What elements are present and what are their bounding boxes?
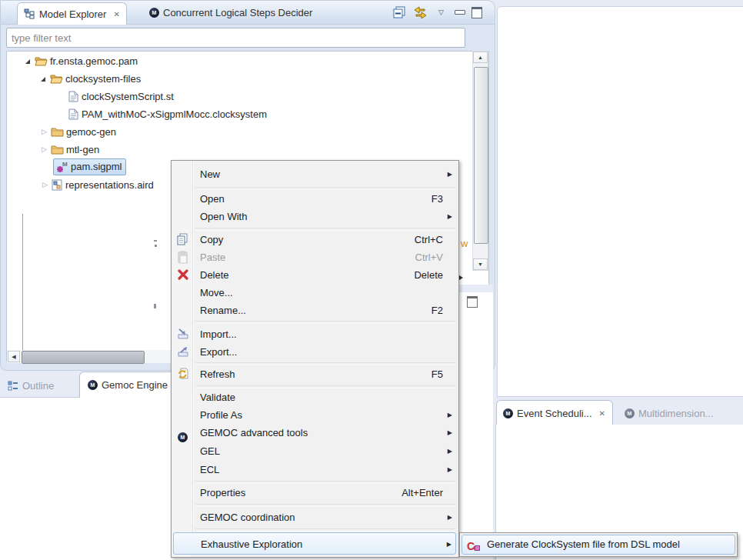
- maximize-icon: [471, 7, 482, 18]
- menu-item-label: ECL: [200, 461, 219, 478]
- menu-item-label: Paste: [200, 248, 225, 266]
- menu-item-label: Exhaustive Exploration: [201, 533, 302, 555]
- menu-item-profile-as[interactable]: Profile As ▶: [173, 406, 456, 424]
- arrow-up-icon: ▲: [478, 55, 483, 60]
- expand-arrow-icon[interactable]: [41, 77, 45, 82]
- menu-item-import[interactable]: Import...: [173, 325, 456, 343]
- view-menu-button[interactable]: ▽: [438, 8, 444, 16]
- tab-multidimensional[interactable]: M Multidimension...: [620, 402, 718, 425]
- occluded-text-fragment: w: [461, 238, 468, 249]
- menu-item-open[interactable]: Open F3: [173, 190, 456, 208]
- collapsed-arrow-icon[interactable]: ▷: [42, 128, 47, 135]
- tree-item-label: clockSystemScript.st: [82, 91, 174, 102]
- menu-item-accelerator: Ctrl+V: [415, 248, 443, 266]
- scroll-up-button[interactable]: ▲: [473, 52, 488, 63]
- tab-label: Gemoc Engine: [102, 379, 168, 391]
- selection-highlight: M pam.sigpml: [53, 158, 126, 175]
- menu-item-generate-clocksystem[interactable]: Cc Generate ClockSystem file from DSL mo…: [461, 535, 735, 555]
- exhaustive-exploration-submenu: Cc Generate ClockSystem file from DSL mo…: [459, 532, 738, 557]
- aird-file-icon: [52, 179, 62, 192]
- tree-item-project[interactable]: fr.ensta.gemoc.pam: [25, 53, 138, 69]
- menu-separator: [195, 321, 455, 324]
- menu-item-paste: Paste Ctrl+V: [173, 248, 456, 266]
- chevron-down-icon: ▽: [438, 8, 444, 16]
- vertical-scrollbar-thumb[interactable]: [474, 67, 488, 244]
- link-with-editor-button[interactable]: [412, 5, 429, 20]
- menu-item-gemoc-advanced-tools[interactable]: M GEMOC advanced tools ▶: [173, 424, 456, 442]
- menu-item-gemoc-coordination[interactable]: GEMOC coordination ▶: [173, 508, 456, 526]
- tree-vertical-scrollbar[interactable]: ▲ ▼: [472, 51, 488, 271]
- submenu-arrow-icon: ▶: [448, 165, 452, 183]
- tree-item-label: pam.sigpml: [71, 161, 122, 172]
- generate-clocksystem-icon: Cc: [467, 538, 481, 552]
- menu-item-refresh[interactable]: Refresh F5: [173, 365, 456, 383]
- outline-icon: [8, 381, 18, 391]
- menu-item-export[interactable]: Export...: [173, 343, 456, 361]
- menu-item-accelerator: Alt+Enter: [401, 484, 443, 502]
- copy-icon: [177, 233, 190, 246]
- tab-model-explorer[interactable]: Model Explorer ✕: [17, 2, 127, 25]
- collapse-all-button[interactable]: [393, 6, 407, 19]
- menu-item-label: Rename...: [200, 302, 246, 319]
- menu-item-move[interactable]: Move...: [173, 284, 456, 302]
- menu-item-properties[interactable]: Properties Alt+Enter: [173, 484, 456, 502]
- maximize-button[interactable]: [471, 7, 482, 18]
- menu-item-new[interactable]: New ▶: [173, 165, 456, 183]
- tab-concurrent-logical-steps-decider[interactable]: M Concurrent Logical Steps Decider: [145, 2, 317, 23]
- gemoc-icon: M: [503, 408, 513, 418]
- menu-item-label: GEMOC advanced tools: [200, 424, 308, 442]
- tree-item-selected[interactable]: M pam.sigpml: [53, 158, 126, 175]
- occluded-window-border: [22, 214, 23, 350]
- gemoc-icon: M: [88, 380, 98, 390]
- menu-item-open-with[interactable]: Open With ▶: [173, 208, 456, 225]
- scroll-left-button[interactable]: ◀: [8, 351, 20, 362]
- collapsed-arrow-icon[interactable]: ▷: [42, 146, 47, 153]
- close-icon[interactable]: ✕: [599, 409, 605, 418]
- tree-item-folder[interactable]: ▷ gemoc-gen: [42, 124, 116, 140]
- svg-text:M: M: [62, 161, 68, 168]
- submenu-arrow-icon: ▶: [448, 424, 452, 442]
- tree-item-file[interactable]: clockSystemScript.st: [68, 88, 174, 105]
- menu-item-accelerator: F3: [431, 190, 443, 208]
- menu-item-gel[interactable]: GEL ▶: [173, 442, 456, 460]
- menu-item-rename[interactable]: Rename... F2: [173, 302, 456, 319]
- minimize-button[interactable]: [455, 10, 465, 15]
- tree-item-folder[interactable]: ▷ mtl-gen: [42, 142, 99, 158]
- menu-item-label: Refresh: [200, 365, 235, 383]
- menu-item-validate[interactable]: Validate: [173, 388, 456, 406]
- occluded-text-fragment: [155, 245, 157, 247]
- menu-item-ecl[interactable]: ECL ▶: [173, 461, 456, 478]
- submenu-arrow-icon: ▶: [447, 533, 451, 555]
- gemoc-icon: M: [178, 427, 191, 440]
- gemoc-icon: M: [149, 8, 159, 18]
- tab-label: Concurrent Logical Steps Decider: [163, 7, 312, 18]
- menu-item-copy[interactable]: Copy Ctrl+C: [173, 231, 456, 248]
- tree-item-file[interactable]: PAM_withMoC-xSigpmlMocc.clocksystem: [68, 106, 267, 122]
- menu-item-exhaustive-exploration[interactable]: Exhaustive Exploration ▶: [173, 532, 456, 555]
- tab-event-scheduling[interactable]: M Event Scheduli... ✕: [496, 400, 613, 425]
- horizontal-scrollbar-thumb[interactable]: [22, 351, 145, 364]
- delete-icon: [177, 268, 190, 282]
- menu-item-accelerator: F5: [431, 365, 443, 383]
- tab-label: Outline: [22, 380, 54, 392]
- tree-item-folder[interactable]: clocksystem-files: [41, 71, 141, 87]
- tab-label: Event Scheduli...: [517, 408, 592, 419]
- scroll-down-button[interactable]: ▼: [473, 258, 488, 270]
- paste-icon: [177, 251, 190, 264]
- open-folder-icon: [50, 73, 62, 85]
- menu-separator: [195, 528, 455, 532]
- menu-item-label: Move...: [200, 284, 233, 302]
- menu-item-label: Profile As: [200, 406, 242, 424]
- submenu-arrow-icon: ▶: [448, 508, 452, 526]
- tab-outline[interactable]: Outline: [2, 374, 60, 397]
- menu-separator: [195, 504, 455, 507]
- tree-item-aird[interactable]: ▷ representations.aird: [42, 177, 154, 193]
- gemoc-icon: M: [625, 408, 635, 418]
- menu-item-label: Generate ClockSystem file from DSL model: [487, 535, 680, 554]
- file-icon: [68, 108, 78, 121]
- collapsed-arrow-icon[interactable]: ▷: [42, 182, 48, 188]
- expand-arrow-icon[interactable]: [25, 59, 30, 64]
- close-icon[interactable]: ✕: [113, 10, 119, 18]
- menu-item-delete[interactable]: Delete Delete: [173, 266, 456, 284]
- filter-input[interactable]: [6, 28, 465, 48]
